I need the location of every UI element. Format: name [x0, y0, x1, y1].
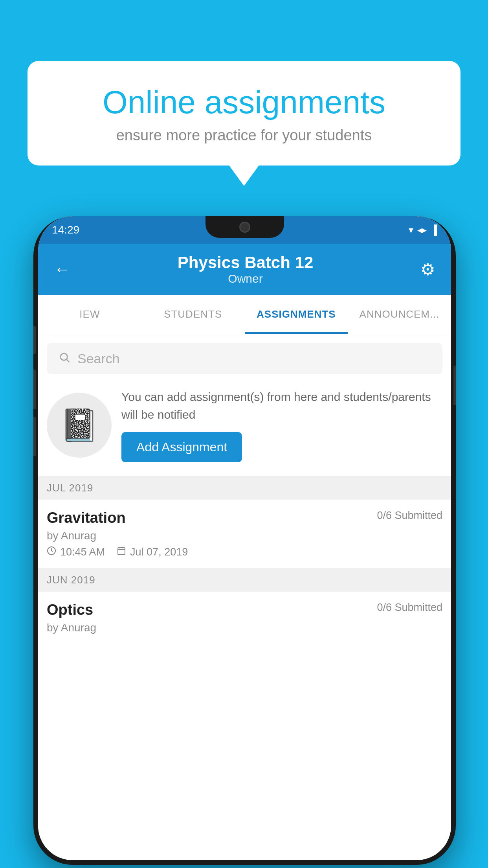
speech-bubble-container: Online assignments ensure more practice …	[28, 61, 460, 166]
assignment-time-value: 10:45 AM	[60, 546, 105, 558]
phone-screen: 14:29 ▾ ◂▸ ▐ ← Physics Batch 12 Owner ⚙ …	[38, 216, 451, 860]
svg-line-1	[67, 360, 70, 362]
search-icon	[59, 350, 70, 367]
svg-point-0	[61, 353, 68, 360]
assignment-meta: 10:45 AM Jul 07, 2019	[47, 546, 442, 558]
tab-assignments[interactable]: ASSIGNMENTS	[245, 295, 348, 334]
assignment-date-value: Jul 07, 2019	[130, 546, 188, 558]
status-icons: ▾ ◂▸ ▐	[409, 224, 437, 235]
app-bar-center: Physics Batch 12 Owner	[178, 253, 314, 285]
add-assignment-description: You can add assignment(s) from here and …	[121, 388, 442, 423]
search-placeholder: Search	[77, 351, 120, 366]
settings-icon[interactable]: ⚙	[420, 260, 435, 279]
power-button	[453, 366, 456, 405]
battery-icon: ▐	[431, 224, 437, 235]
assignment-row-top: Gravitation 0/6 Submitted	[47, 509, 442, 526]
bubble-title: Online assignments	[55, 85, 433, 120]
assignment-name-optics: Optics	[47, 601, 93, 618]
bubble-subtitle: ensure more practice for your students	[55, 127, 433, 144]
assignment-row-top-optics: Optics 0/6 Submitted	[47, 601, 442, 618]
calendar-icon	[117, 546, 126, 558]
back-button[interactable]: ←	[54, 260, 70, 279]
assignment-time: 10:45 AM	[47, 546, 105, 558]
app-bar-title: Physics Batch 12	[178, 253, 314, 272]
notebook-icon: 📓	[60, 407, 99, 444]
add-assignment-right: You can add assignment(s) from here and …	[121, 388, 442, 462]
add-assignment-button[interactable]: Add Assignment	[121, 432, 242, 462]
speech-bubble: Online assignments ensure more practice …	[28, 61, 460, 166]
wifi-icon: ▾	[409, 224, 413, 235]
tab-students[interactable]: STUDENTS	[141, 295, 245, 334]
app-bar: ← Physics Batch 12 Owner ⚙	[38, 244, 451, 295]
assignment-icon-circle: 📓	[47, 393, 112, 458]
phone-frame: 14:29 ▾ ◂▸ ▐ ← Physics Batch 12 Owner ⚙ …	[33, 216, 456, 865]
clock-icon	[47, 546, 56, 558]
tabs-bar: IEW STUDENTS ASSIGNMENTS ANNOUNCEM...	[38, 295, 451, 334]
silent-button	[33, 417, 36, 456]
svg-rect-3	[118, 548, 125, 555]
content-area: Search 📓 You can add assignment(s) from …	[38, 334, 451, 860]
assignment-submitted: 0/6 Submitted	[377, 509, 442, 522]
camera-notch	[239, 222, 250, 233]
add-assignment-section: 📓 You can add assignment(s) from here an…	[38, 374, 451, 476]
tab-iew[interactable]: IEW	[38, 295, 141, 334]
search-bar[interactable]: Search	[47, 343, 442, 374]
assignment-by: by Anurag	[47, 530, 442, 542]
tab-announcements[interactable]: ANNOUNCEM...	[348, 295, 451, 334]
volume-down-button	[33, 370, 36, 409]
assignment-by-optics: by Anurag	[47, 622, 442, 634]
assignment-item-optics[interactable]: Optics 0/6 Submitted by Anurag	[38, 592, 451, 648]
assignment-date: Jul 07, 2019	[117, 546, 188, 558]
section-header-jun: JUN 2019	[38, 568, 451, 592]
phone-notch	[205, 216, 284, 238]
status-time: 14:29	[52, 224, 79, 236]
assignment-item-gravitation[interactable]: Gravitation 0/6 Submitted by Anurag 10:4…	[38, 500, 451, 568]
signal-icon: ◂▸	[417, 224, 427, 235]
assignment-name: Gravitation	[47, 509, 126, 526]
volume-up-button	[33, 326, 36, 354]
assignment-submitted-optics: 0/6 Submitted	[377, 601, 442, 614]
app-bar-subtitle: Owner	[228, 272, 262, 285]
section-header-jul: JUL 2019	[38, 476, 451, 500]
